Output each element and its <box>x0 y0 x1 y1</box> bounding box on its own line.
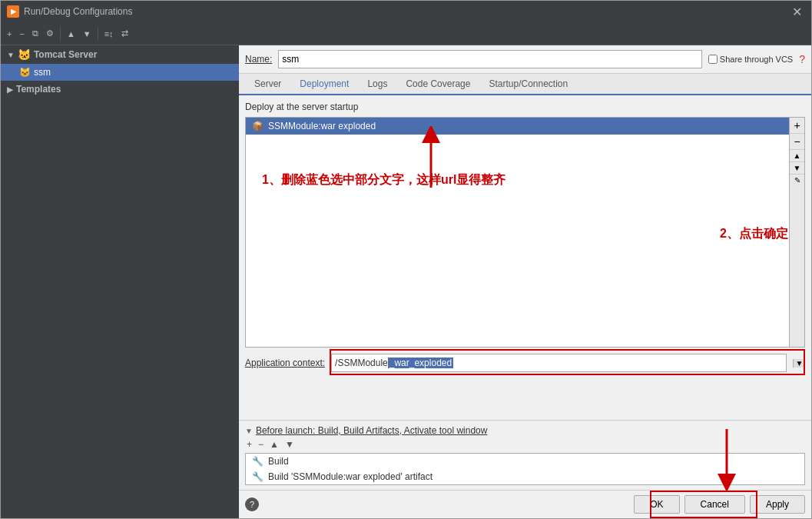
app-context-selected: _war_exploded <box>388 358 453 368</box>
before-launch-toolbar: + − ▲ ▼ <box>245 439 805 450</box>
settings-button[interactable]: ⚙ <box>43 27 57 40</box>
sidebar-section-tomcat[interactable]: ▼ 🐱 Tomcat Server <box>1 45 239 64</box>
close-button[interactable]: ✕ <box>789 5 805 19</box>
sidebar: ▼ 🐱 Tomcat Server 🐱 ssm ▶ Templates <box>1 45 239 518</box>
tab-server[interactable]: Server <box>245 74 290 95</box>
build-item-1: 🔧 Build <box>246 454 804 469</box>
build-item-2: 🔧 Build 'SSMModule:war exploded' artifac… <box>246 469 804 484</box>
share-checkbox[interactable] <box>708 55 718 64</box>
ok-button[interactable]: OK <box>634 495 679 514</box>
apply-button[interactable]: Apply <box>750 495 805 514</box>
move-up-button[interactable]: ▲ <box>64 28 78 40</box>
before-launch-section: ▼ Before launch: Build, Build Artifacts,… <box>239 420 811 490</box>
run-debug-window: ▶ Run/Debug Configurations ✕ + − ⧉ ⚙ ▲ ▼… <box>0 0 812 519</box>
name-label: Name: <box>245 54 272 65</box>
build-icon-1: 🔧 <box>252 456 263 467</box>
share-through-vcs: Share through VCS <box>708 55 793 64</box>
share-text: Share through VCS <box>720 55 793 64</box>
before-launch-label: Before launch: Build, Build Artifacts, A… <box>256 425 488 436</box>
tab-deployment[interactable]: Deployment <box>290 74 358 95</box>
before-add-button[interactable]: + <box>245 439 254 450</box>
main-content: ▼ 🐱 Tomcat Server 🐱 ssm ▶ Templates Name… <box>1 45 811 518</box>
sidebar-child-label: ssm <box>34 67 51 78</box>
tab-startup-connection[interactable]: Startup/Connection <box>479 74 577 95</box>
deploy-label: Deploy at the server startup <box>245 101 805 112</box>
name-input[interactable] <box>278 50 701 68</box>
artifact-icon: 📦 <box>252 121 263 131</box>
window-title: Run/Debug Configurations <box>24 6 789 17</box>
sort-button[interactable]: ≡↕ <box>101 28 117 40</box>
help-button[interactable]: ? <box>245 497 259 511</box>
before-launch-header: ▼ Before launch: Build, Build Artifacts,… <box>245 425 805 436</box>
title-bar: ▶ Run/Debug Configurations ✕ <box>1 1 811 22</box>
app-context-label: Application context: <box>245 358 325 368</box>
share-button[interactable]: ⇄ <box>118 27 131 40</box>
sidebar-item-templates[interactable]: ▶ Templates <box>1 81 239 98</box>
list-side-buttons: + − ▲ ▼ ✎ <box>790 117 805 348</box>
separator1 <box>60 27 61 41</box>
add-artifact-button[interactable]: + <box>790 118 804 134</box>
move-down-button[interactable]: ▼ <box>80 28 94 40</box>
toolbar: + − ⧉ ⚙ ▲ ▼ ≡↕ ⇄ <box>1 22 811 45</box>
app-context-row: Application context: /SSMModule _war_exp… <box>245 352 805 374</box>
copy-config-button[interactable]: ⧉ <box>29 27 41 40</box>
name-row: Name: Share through VCS ? <box>239 45 811 74</box>
artifact-edit-button[interactable]: ✎ <box>790 175 804 186</box>
artifact-list: 📦 SSMModule:war exploded <box>245 117 790 348</box>
artifact-list-container: 📦 SSMModule:war exploded + − ▲ ▼ ✎ <box>245 117 805 348</box>
tab-logs[interactable]: Logs <box>358 74 396 95</box>
templates-arrow: ▶ <box>7 85 13 94</box>
add-config-button[interactable]: + <box>4 28 15 40</box>
build-icon-2: 🔧 <box>252 471 263 482</box>
before-up-button[interactable]: ▲ <box>268 439 280 450</box>
build-list: 🔧 Build 🔧 Build 'SSMModule:war exploded'… <box>245 453 805 485</box>
ssm-icon: 🐱 <box>19 67 31 78</box>
before-down-button[interactable]: ▼ <box>283 439 296 450</box>
before-launch-arrow: ▼ <box>245 427 253 435</box>
build-label-1: Build <box>268 456 289 467</box>
vcs-help-icon[interactable]: ? <box>799 53 805 65</box>
tab-code-coverage[interactable]: Code Coverage <box>396 74 479 95</box>
bottom-bar: ? OK Cancel Apply <box>239 490 811 518</box>
remove-config-button[interactable]: − <box>16 28 27 40</box>
window-icon: ▶ <box>7 5 19 18</box>
remove-artifact-button[interactable]: − <box>790 134 804 150</box>
tomcat-icon: 🐱 <box>18 48 31 61</box>
app-context-input[interactable]: /SSMModule _war_exploded <box>331 354 787 372</box>
artifact-down-button[interactable]: ▼ <box>790 162 804 175</box>
cancel-button[interactable]: Cancel <box>684 495 745 514</box>
artifact-item-war[interactable]: 📦 SSMModule:war exploded <box>246 118 789 135</box>
right-panel: Name: Share through VCS ? Server Deploym… <box>239 45 811 518</box>
artifact-name: SSMModule:war exploded <box>268 121 376 131</box>
before-remove-button[interactable]: − <box>257 439 265 450</box>
panel-content: Deploy at the server startup 📦 SSMModule… <box>239 95 811 420</box>
separator2 <box>98 27 98 41</box>
templates-label: Templates <box>16 84 61 95</box>
expand-arrow: ▼ <box>7 51 15 59</box>
artifact-up-button[interactable]: ▲ <box>790 150 804 162</box>
build-label-2: Build 'SSMModule:war exploded' artifact <box>268 471 433 482</box>
sidebar-section-label: Tomcat Server <box>34 49 97 60</box>
app-context-dropdown[interactable]: ▼ <box>793 359 805 368</box>
sidebar-item-ssm[interactable]: 🐱 ssm <box>1 64 239 81</box>
app-context-static: /SSMModule <box>332 358 388 368</box>
tabs: Server Deployment Logs Code Coverage Sta… <box>239 74 811 95</box>
